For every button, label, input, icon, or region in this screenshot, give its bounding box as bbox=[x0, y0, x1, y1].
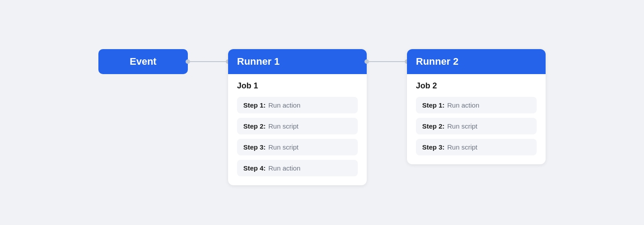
list-item: Step 2: Run script bbox=[416, 118, 537, 134]
step-label: Step 3: bbox=[422, 143, 445, 151]
connector-1 bbox=[188, 49, 228, 74]
runner1-steps-list: Step 1: Run action Step 2: Run script St… bbox=[237, 97, 358, 176]
list-item: Step 4: Run action bbox=[237, 160, 358, 176]
runner2-header-label: Runner 2 bbox=[416, 56, 458, 67]
runner2-job-label: Job 2 bbox=[416, 81, 537, 91]
list-item: Step 3: Run script bbox=[237, 139, 358, 155]
connector-line-2 bbox=[367, 61, 407, 62]
connector-2 bbox=[367, 49, 407, 74]
step-label: Step 1: bbox=[422, 101, 445, 109]
runner1-header-label: Runner 1 bbox=[237, 56, 280, 67]
runner1-node: Runner 1 Job 1 Step 1: Run action Step 2… bbox=[228, 49, 367, 185]
step-action: Run action bbox=[268, 164, 301, 172]
runner2-node: Runner 2 Job 2 Step 1: Run action Step 2… bbox=[407, 49, 546, 164]
runner1-job-label: Job 1 bbox=[237, 81, 358, 91]
step-action: Run action bbox=[447, 101, 479, 109]
list-item: Step 3: Run script bbox=[416, 139, 537, 155]
connector-dot-left-2 bbox=[364, 59, 369, 64]
event-node-wrapper: Event bbox=[98, 49, 188, 74]
workflow-diagram: Event Runner 1 Job 1 Step 1: Run action bbox=[98, 40, 546, 185]
step-action: Run script bbox=[268, 143, 299, 151]
runner2-header: Runner 2 bbox=[407, 49, 546, 74]
event-node: Event bbox=[98, 49, 188, 74]
step-label: Step 1: bbox=[243, 101, 266, 109]
runner2-body: Job 2 Step 1: Run action Step 2: Run scr… bbox=[407, 74, 546, 164]
connector-line-1 bbox=[188, 61, 228, 62]
step-label: Step 2: bbox=[243, 122, 266, 130]
step-action: Run script bbox=[268, 122, 299, 130]
list-item: Step 1: Run action bbox=[237, 97, 358, 113]
event-node-label: Event bbox=[130, 56, 157, 67]
step-label: Step 3: bbox=[243, 143, 266, 151]
connector-dot-left-1 bbox=[186, 59, 190, 64]
step-action: Run script bbox=[447, 143, 478, 151]
step-action: Run script bbox=[447, 122, 478, 130]
runner2-node-wrapper: Runner 2 Job 2 Step 1: Run action Step 2… bbox=[407, 49, 546, 164]
list-item: Step 2: Run script bbox=[237, 118, 358, 134]
runner1-body: Job 1 Step 1: Run action Step 2: Run scr… bbox=[228, 74, 367, 185]
runner1-header: Runner 1 bbox=[228, 49, 367, 74]
list-item: Step 1: Run action bbox=[416, 97, 537, 113]
step-label: Step 2: bbox=[422, 122, 445, 130]
runner2-steps-list: Step 1: Run action Step 2: Run script St… bbox=[416, 97, 537, 155]
runner1-node-wrapper: Runner 1 Job 1 Step 1: Run action Step 2… bbox=[228, 49, 367, 185]
step-action: Run action bbox=[268, 101, 301, 109]
step-label: Step 4: bbox=[243, 164, 266, 172]
